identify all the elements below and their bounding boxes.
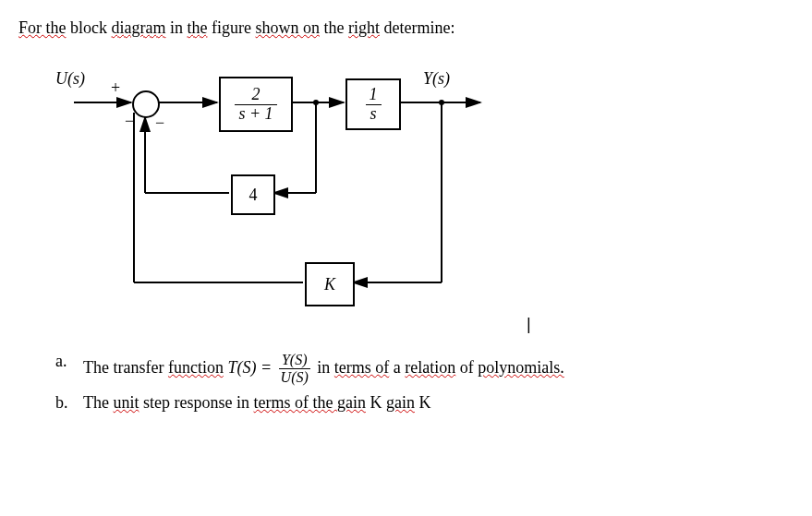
input-label: U(s)	[55, 69, 85, 89]
q-word: For the	[18, 18, 67, 37]
part-a-marker: a.	[55, 352, 67, 371]
text-cursor: |	[527, 315, 531, 334]
pb-text: gain	[386, 393, 415, 412]
pa-text: function	[168, 358, 224, 377]
q-word: block	[70, 18, 107, 37]
minus-sign-outer: −	[155, 114, 164, 133]
pb-text: K	[418, 393, 430, 412]
block-h1: 4	[231, 174, 275, 215]
pa-text: in	[317, 358, 330, 377]
part-b: b. The unit step response in terms of th…	[55, 393, 794, 413]
q-word: figure	[212, 18, 251, 37]
output-label: Y(s)	[423, 69, 450, 89]
block-g2: 1 s	[345, 78, 401, 130]
pa-text: relation	[405, 358, 455, 377]
question-text: For the block diagram in the figure show…	[18, 18, 794, 38]
q-word: determine:	[384, 18, 455, 37]
svg-point-12	[313, 100, 319, 105]
plus-sign: +	[111, 78, 120, 98]
q-word: right	[348, 18, 380, 37]
q-word: diagram	[112, 18, 166, 37]
pa-text: T(S) =	[227, 358, 272, 377]
block-k: K	[305, 262, 355, 306]
q-word: the	[188, 18, 208, 37]
pb-text: K	[370, 393, 382, 412]
pb-text: terms of the gain	[253, 393, 365, 412]
pa-text: The transfer	[83, 358, 164, 377]
minus-sign-inner: −	[125, 112, 134, 131]
pa-text: terms of	[334, 358, 389, 377]
transfer-fraction: Y(S) U(S)	[279, 352, 310, 386]
pa-text: of	[460, 358, 474, 377]
svg-point-13	[439, 100, 444, 105]
q-word: shown on	[255, 18, 320, 37]
part-a: a. The transfer function T(S) = Y(S) U(S…	[55, 352, 794, 386]
q-word: the	[324, 18, 345, 37]
block-diagram: U(s) + − − 2 s + 1 1 s Y(s) 4 K |	[55, 56, 554, 333]
q-word: in	[170, 18, 183, 37]
pb-text: unit	[113, 393, 139, 412]
pa-text: a	[394, 358, 401, 377]
block-g1: 2 s + 1	[219, 77, 293, 132]
part-b-marker: b.	[55, 393, 68, 413]
pb-text: step response in	[143, 393, 249, 412]
pa-text: polynomials.	[478, 358, 564, 377]
sub-questions: a. The transfer function T(S) = Y(S) U(S…	[18, 352, 794, 413]
pb-text: The	[83, 393, 109, 412]
